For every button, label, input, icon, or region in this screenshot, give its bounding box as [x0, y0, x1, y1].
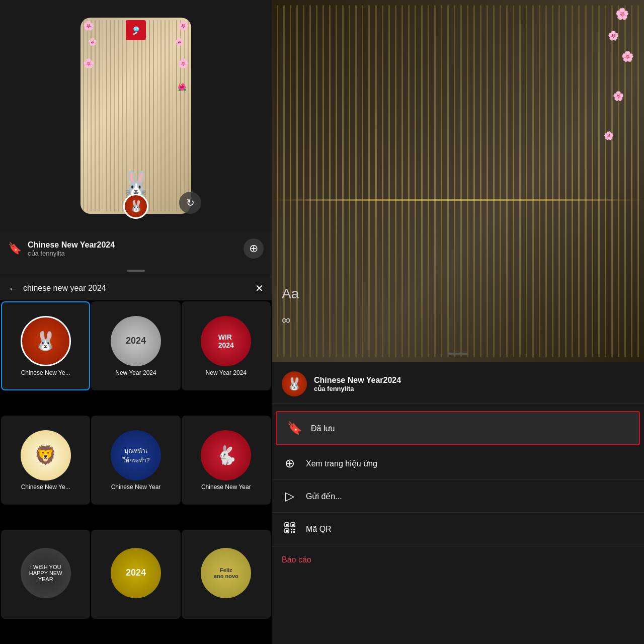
action-saved-label: Đã lưu	[311, 424, 335, 433]
action-send-label: Gửi đến...	[306, 492, 342, 501]
action-item-report[interactable]: Báo cáo	[272, 546, 644, 574]
filter-circle-7: I WISH YOUHAPPY NEWYEAR	[21, 548, 71, 598]
svg-rect-8	[291, 531, 292, 533]
filter-avatar-small: 🐰	[123, 194, 148, 219]
grid-item-label-2: New Year 2024	[115, 369, 156, 376]
back-button[interactable]: ←	[8, 283, 18, 294]
filter-title-block: Chinese New Year2024 của fennylita	[28, 240, 115, 257]
action-panel: 🐰 Chinese New Year2024 của fennylita 🔖 Đ…	[272, 362, 644, 644]
filter-circle-8: 2024	[111, 548, 161, 598]
camera-flower-1: 🌸	[615, 8, 629, 21]
red-tag: 🎐	[126, 20, 146, 40]
filter-circle-6: 🐇	[201, 430, 251, 480]
filter-circle-5: บุณหน้าเให้กระทำ?	[111, 430, 161, 480]
right-panel: 🌸 🌸 🌸 🌸 🌸 Aa ∞ 🐰 Chinese New Year2024 củ…	[272, 0, 644, 644]
grid-item-7[interactable]: I WISH YOUHAPPY NEWYEAR	[1, 530, 90, 619]
left-panel: 🌸 🌸 🌸 🌸 🌸 🌸 🌺 🎐 🐰 ↻ 🐰 🔖 Chinese New Year…	[0, 0, 272, 644]
search-input[interactable]	[23, 284, 250, 293]
filter-circle-9: Felizano novo	[201, 548, 251, 598]
flower-decoration: 🌸	[83, 58, 94, 69]
search-bar: ← ✕	[0, 276, 272, 300]
action-name-block: Chinese New Year2024 của fennylita	[314, 376, 401, 392]
grid-item-9[interactable]: Felizano novo	[182, 530, 271, 619]
filter-circle-3: WIR2024	[201, 316, 251, 366]
filter-author: của fennylita	[28, 250, 115, 257]
action-report-label: Báo cáo	[282, 555, 311, 565]
action-item-view-effect[interactable]: ⊕ Xem trang hiệu ứng	[272, 447, 644, 480]
action-qr-label: Mã QR	[306, 525, 332, 534]
rotate-button[interactable]: ↻	[179, 192, 201, 214]
filter-circle-1: 🐰	[21, 316, 71, 366]
camera-flower-5: 🌸	[604, 131, 614, 140]
grid-item-2[interactable]: 2024 New Year 2024	[91, 301, 180, 390]
camera-drag-handle-area	[448, 349, 468, 355]
filter-circle-4: 🦁	[21, 430, 71, 480]
camera-flower-2: 🌸	[608, 30, 619, 41]
clear-search-button[interactable]: ✕	[255, 282, 264, 294]
bookmark-saved-icon: 🔖	[287, 421, 303, 435]
text-overlay-button[interactable]: Aa	[282, 286, 299, 302]
filter-info-left: 🔖 Chinese New Year2024 của fennylita	[8, 240, 115, 257]
flower-decoration: 🌸	[83, 20, 94, 31]
camera-flower-4: 🌸	[613, 91, 624, 102]
grid-item-label-6: Chinese New Year	[201, 484, 251, 491]
action-avatar: 🐰	[282, 371, 307, 396]
view-effect-icon: ⊕	[282, 456, 298, 470]
action-item-qr[interactable]: Mã QR	[272, 513, 644, 546]
action-author-name: fennylita	[327, 385, 354, 392]
filter-info-bar: 🔖 Chinese New Year2024 của fennylita ⊕	[0, 231, 272, 266]
filter-circle-2: 2024	[111, 316, 161, 366]
filter-preview-inner: 🌸 🌸 🌸 🌸 🌸 🌸 🌺 🎐 🐰	[80, 18, 191, 214]
svg-rect-3	[292, 524, 294, 526]
grid-item-label-1: Chinese New Ye...	[21, 369, 70, 376]
infinity-button[interactable]: ∞	[282, 313, 290, 327]
filter-grid: 🐰 Chinese New Ye... 2024 New Year 2024 W…	[0, 300, 272, 644]
action-header: 🐰 Chinese New Year2024 của fennylita	[272, 362, 644, 404]
camera-flower-3: 🌸	[621, 50, 634, 62]
flower-decoration: 🌸	[88, 38, 97, 46]
svg-rect-9	[293, 531, 295, 533]
action-author-prefix: của	[314, 385, 327, 392]
grid-item-3[interactable]: WIR2024 New Year 2024	[182, 301, 271, 390]
bamboo-background	[272, 0, 644, 362]
grid-item-1[interactable]: 🐰 Chinese New Ye...	[1, 301, 90, 390]
camera-view: 🌸 🌸 🌸 🌸 🌸 Aa ∞	[272, 0, 644, 362]
qr-icon	[282, 522, 298, 537]
flower-decoration: 🌸	[178, 58, 189, 69]
action-item-saved[interactable]: 🔖 Đã lưu	[276, 411, 640, 445]
action-drag-area	[272, 404, 644, 409]
svg-rect-6	[291, 529, 292, 530]
filter-name: Chinese New Year2024	[28, 240, 115, 250]
add-to-camera-button[interactable]: ⊕	[244, 238, 264, 259]
grid-item-4[interactable]: 🦁 Chinese New Ye...	[1, 416, 90, 505]
flower-decoration: 🌺	[178, 83, 186, 91]
grid-item-label-4: Chinese New Ye...	[21, 484, 70, 491]
grid-item-label-3: New Year 2024	[206, 369, 247, 376]
grid-item-8[interactable]: 2024	[91, 530, 180, 619]
filter-preview: 🌸 🌸 🌸 🌸 🌸 🌸 🌺 🎐 🐰 ↻ 🐰	[0, 0, 272, 231]
svg-rect-1	[286, 524, 288, 526]
send-icon: ▷	[282, 489, 298, 503]
grid-item-label-5: Chinese New Year	[111, 484, 161, 491]
action-author: của fennylita	[314, 385, 401, 392]
gold-line-decoration	[272, 199, 644, 201]
svg-rect-5	[286, 530, 288, 532]
drag-handle	[127, 270, 145, 272]
svg-rect-7	[293, 529, 295, 530]
grid-item-6[interactable]: 🐇 Chinese New Year	[182, 416, 271, 505]
action-item-send-to[interactable]: ▷ Gửi đến...	[272, 480, 644, 513]
drag-handle-area	[0, 266, 272, 276]
grid-item-5[interactable]: บุณหน้าเให้กระทำ? Chinese New Year	[91, 416, 180, 505]
bookmark-icon[interactable]: 🔖	[8, 242, 22, 255]
action-view-effect-label: Xem trang hiệu ứng	[306, 459, 377, 468]
camera-drag-handle	[448, 353, 468, 355]
flower-decoration: 🌸	[178, 20, 189, 31]
flower-decoration: 🌸	[175, 38, 184, 46]
action-filter-name: Chinese New Year2024	[314, 376, 401, 385]
